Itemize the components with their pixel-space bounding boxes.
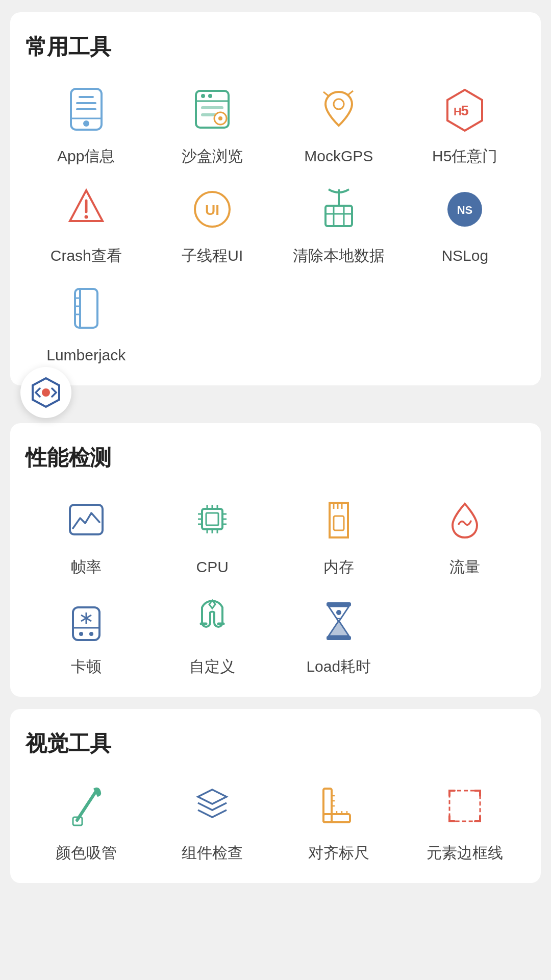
svg-text:H: H: [454, 105, 462, 118]
cpu-label: CPU: [196, 557, 229, 577]
float-badge-circle: [20, 367, 71, 418]
svg-rect-32: [75, 289, 97, 328]
tool-subthread-ui[interactable]: UI 子线程UI: [152, 181, 273, 265]
clear-data-icon: [311, 181, 367, 237]
sandbox-label: 沙盒浏览: [182, 146, 243, 166]
common-tools-grid: App信息 沙盒浏览: [26, 82, 525, 365]
svg-point-9: [208, 94, 212, 98]
visual-tools-grid: 颜色吸管 组件检查: [26, 778, 525, 863]
align-ruler-label: 对齐标尺: [308, 843, 369, 863]
app-info-icon: [58, 82, 114, 138]
section-title-common: 常用工具: [26, 33, 525, 61]
h5door-icon: 5 H: [437, 82, 493, 138]
crash-icon: [58, 181, 114, 237]
svg-point-8: [201, 94, 205, 98]
svg-rect-76: [323, 814, 350, 822]
svg-point-64: [79, 632, 83, 636]
svg-point-22: [84, 215, 88, 219]
tool-color-picker[interactable]: 颜色吸管: [26, 778, 147, 863]
nslog-label: NSLog: [441, 246, 488, 265]
page-wrapper: 常用工具 App信息: [0, 12, 551, 883]
lumberjack-icon: [58, 281, 114, 337]
tool-traffic[interactable]: 流量: [405, 493, 526, 577]
color-picker-label: 颜色吸管: [56, 843, 117, 863]
subthread-ui-icon: UI: [184, 181, 240, 237]
tool-custom[interactable]: 自定义: [152, 592, 273, 676]
perf-tools-grid: 帧率: [26, 493, 525, 676]
svg-text:NS: NS: [457, 204, 473, 216]
svg-line-15: [323, 92, 329, 96]
memory-icon: [311, 493, 367, 549]
color-picker-icon: [58, 778, 114, 835]
svg-point-13: [218, 116, 222, 120]
custom-label: 自定义: [189, 656, 235, 676]
traffic-icon: [437, 493, 493, 549]
section-title-perf: 性能检测: [26, 444, 525, 472]
fps-icon: [58, 493, 114, 549]
nslog-icon: NS: [437, 181, 493, 237]
tool-lumberjack[interactable]: Lumberjack: [26, 281, 147, 365]
traffic-label: 流量: [449, 557, 480, 577]
svg-text:UI: UI: [205, 202, 219, 218]
svg-point-4: [83, 120, 89, 127]
tool-app-info[interactable]: App信息: [26, 82, 147, 166]
section-title-visual: 视觉工具: [26, 729, 525, 758]
svg-rect-3: [76, 108, 96, 110]
tool-nslog[interactable]: NS NSLog: [405, 181, 526, 265]
svg-text:5: 5: [461, 103, 469, 118]
tool-cpu[interactable]: CPU: [152, 493, 273, 577]
component-inspect-label: 组件检查: [182, 843, 243, 863]
section-visual-tools: 视觉工具 颜色吸管: [10, 709, 541, 883]
svg-rect-58: [334, 516, 344, 530]
tool-element-border[interactable]: 元素边框线: [405, 778, 526, 863]
tool-h5door[interactable]: 5 H H5任意门: [405, 82, 526, 166]
stutter-icon: [58, 592, 114, 648]
float-badge[interactable]: [20, 367, 71, 418]
load-time-icon: [311, 592, 367, 648]
mockgps-icon: [311, 82, 367, 138]
section-perf-detect: 性能检测 帧率: [10, 423, 541, 697]
tool-stutter[interactable]: 卡顿: [26, 592, 147, 676]
tool-sandbox[interactable]: 沙盒浏览: [152, 82, 273, 166]
svg-rect-1: [79, 96, 94, 98]
svg-rect-2: [76, 102, 96, 104]
tool-load-time[interactable]: Load耗时: [278, 592, 399, 676]
svg-line-72: [77, 791, 96, 820]
app-info-label: App信息: [57, 146, 115, 166]
svg-rect-25: [325, 206, 352, 226]
custom-icon: [184, 592, 240, 648]
align-ruler-icon: [311, 778, 367, 835]
clear-data-label: 清除本地数据: [293, 246, 385, 265]
lumberjack-label: Lumberjack: [46, 345, 126, 365]
cpu-icon: [184, 493, 240, 549]
component-inspect-icon: [184, 778, 240, 835]
svg-rect-41: [202, 509, 222, 529]
svg-point-71: [336, 610, 341, 615]
tool-fps[interactable]: 帧率: [26, 493, 147, 577]
h5door-label: H5任意门: [432, 146, 497, 166]
section-common-tools: 常用工具 App信息: [10, 12, 541, 385]
element-border-icon: [437, 778, 493, 835]
stutter-label: 卡顿: [71, 656, 102, 676]
sandbox-icon: [184, 82, 240, 138]
svg-marker-74: [198, 790, 227, 804]
load-time-label: Load耗时: [306, 656, 371, 676]
svg-point-14: [334, 99, 344, 109]
tool-memory[interactable]: 内存: [278, 493, 399, 577]
tool-clear-data[interactable]: 清除本地数据: [278, 181, 399, 265]
memory-label: 内存: [323, 557, 354, 577]
fps-label: 帧率: [71, 557, 102, 577]
tool-align-ruler[interactable]: 对齐标尺: [278, 778, 399, 863]
svg-rect-75: [323, 789, 332, 822]
svg-rect-42: [206, 513, 218, 525]
tool-component-inspect[interactable]: 组件检查: [152, 778, 273, 863]
subthread-ui-label: 子线程UI: [182, 246, 243, 265]
svg-point-65: [89, 632, 93, 636]
crash-label: Crash查看: [51, 246, 122, 265]
svg-rect-83: [449, 791, 480, 821]
mockgps-label: MockGPS: [304, 146, 373, 166]
tool-crash[interactable]: Crash查看: [26, 181, 147, 265]
svg-rect-10: [201, 106, 223, 109]
tool-mockgps[interactable]: MockGPS: [278, 82, 399, 166]
svg-line-16: [348, 91, 353, 95]
